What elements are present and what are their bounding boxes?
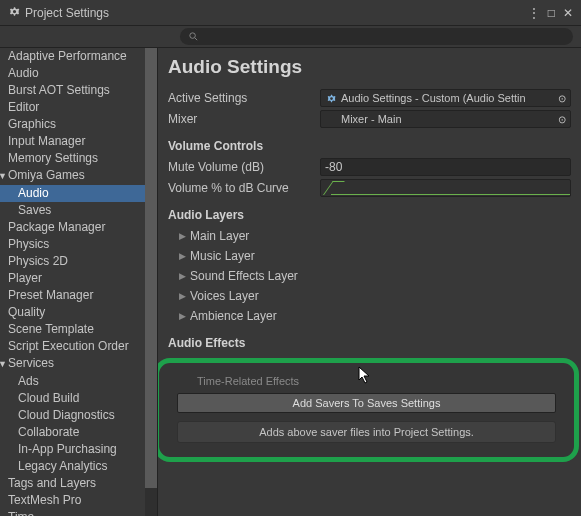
sidebar-item-label: Services [8, 356, 54, 370]
settings-asset-icon [325, 92, 337, 104]
sidebar-item-preset-manager[interactable]: Preset Manager [0, 287, 157, 304]
gear-icon [8, 5, 21, 21]
sidebar-scrollbar[interactable] [145, 48, 157, 516]
sidebar-item-audio[interactable]: Audio [0, 65, 157, 82]
foldout-arrow-icon[interactable]: ▶ [174, 231, 190, 241]
sidebar-item-cloud-build[interactable]: Cloud Build [0, 390, 157, 407]
sidebar-item-label: Editor [8, 100, 39, 114]
sidebar-item-label: Adaptive Performance [8, 49, 127, 63]
sidebar-item-label: Audio [18, 186, 49, 200]
expand-arrow-icon[interactable]: ▼ [0, 169, 8, 184]
sidebar-item-saves[interactable]: Saves [0, 202, 157, 219]
window-title: Project Settings [25, 6, 109, 20]
volume-controls-header: Volume Controls [168, 139, 571, 153]
sidebar-item-label: Tags and Layers [8, 476, 96, 490]
sidebar-item-legacy-analytics[interactable]: Legacy Analytics [0, 458, 157, 475]
sidebar-item-in-app-purchasing[interactable]: In-App Purchasing [0, 441, 157, 458]
object-picker-icon[interactable]: ⊙ [558, 114, 566, 125]
sidebar-item-label: Input Manager [8, 134, 85, 148]
mute-volume-input[interactable]: -80 [320, 158, 571, 176]
layer-row[interactable]: ▶Ambience Layer [174, 306, 571, 326]
sidebar-item-script-execution-order[interactable]: Script Execution Order [0, 338, 157, 355]
layer-label: Ambience Layer [190, 309, 277, 323]
sidebar-item-memory-settings[interactable]: Memory Settings [0, 150, 157, 167]
sidebar-item-ads[interactable]: Ads [0, 373, 157, 390]
sidebar-item-label: Cloud Build [18, 391, 79, 405]
search-input[interactable] [180, 28, 573, 45]
active-settings-label: Active Settings [168, 91, 320, 105]
layer-row[interactable]: ▶Sound Effects Layer [174, 266, 571, 286]
active-settings-value: Audio Settings - Custom (Audio Settin [341, 92, 526, 104]
sidebar: Adaptive PerformanceAudioBurst AOT Setti… [0, 48, 158, 516]
sidebar-item-label: Player [8, 271, 42, 285]
foldout-arrow-icon[interactable]: ▶ [174, 251, 190, 261]
sidebar-item-scene-template[interactable]: Scene Template [0, 321, 157, 338]
sidebar-item-label: Physics [8, 237, 49, 251]
layer-label: Main Layer [190, 229, 249, 243]
sidebar-item-label: Quality [8, 305, 45, 319]
curve-field[interactable] [320, 179, 571, 197]
sidebar-item-textmesh-pro[interactable]: TextMesh Pro [0, 492, 157, 509]
content-panel: Audio Settings Active Settings Audio Set… [158, 48, 581, 516]
sidebar-item-omiya-games[interactable]: ▼Omiya Games [0, 167, 157, 185]
close-icon[interactable]: ✕ [563, 6, 573, 20]
sidebar-item-label: Cloud Diagnostics [18, 408, 115, 422]
add-savers-button[interactable]: Add Savers To Saves Settings [177, 393, 556, 413]
audio-layers-header: Audio Layers [168, 208, 571, 222]
expand-arrow-icon[interactable]: ▼ [0, 357, 8, 372]
sidebar-item-label: In-App Purchasing [18, 442, 117, 456]
maximize-icon[interactable]: □ [548, 6, 555, 20]
sidebar-item-cloud-diagnostics[interactable]: Cloud Diagnostics [0, 407, 157, 424]
sidebar-item-label: Scene Template [8, 322, 94, 336]
sidebar-item-label: Burst AOT Settings [8, 83, 110, 97]
window-controls: ⋮ □ ✕ [528, 6, 573, 20]
sidebar-item-services[interactable]: ▼Services [0, 355, 157, 373]
sidebar-item-adaptive-performance[interactable]: Adaptive Performance [0, 48, 157, 65]
page-title: Audio Settings [168, 56, 571, 78]
layer-label: Voices Layer [190, 289, 259, 303]
scrollbar-thumb[interactable] [145, 48, 157, 488]
sidebar-item-label: Script Execution Order [8, 339, 129, 353]
sidebar-item-graphics[interactable]: Graphics [0, 116, 157, 133]
sidebar-item-physics-2d[interactable]: Physics 2D [0, 253, 157, 270]
sidebar-item-quality[interactable]: Quality [0, 304, 157, 321]
sidebar-item-label: Omiya Games [8, 168, 85, 182]
layer-row[interactable]: ▶Voices Layer [174, 286, 571, 306]
sidebar-item-physics[interactable]: Physics [0, 236, 157, 253]
foldout-arrow-icon[interactable]: ▶ [174, 311, 190, 321]
mixer-asset-icon [325, 113, 337, 125]
foldout-arrow-icon[interactable]: ▶ [174, 271, 190, 281]
search-row [0, 26, 581, 48]
sidebar-item-player[interactable]: Player [0, 270, 157, 287]
sidebar-item-package-manager[interactable]: Package Manager [0, 219, 157, 236]
layer-label: Sound Effects Layer [190, 269, 298, 283]
sidebar-item-label: Audio [8, 66, 39, 80]
sidebar-item-burst-aot-settings[interactable]: Burst AOT Settings [0, 82, 157, 99]
foldout-arrow-icon[interactable]: ▶ [174, 291, 190, 301]
svg-line-1 [195, 38, 197, 40]
mixer-field[interactable]: Mixer - Main ⊙ [320, 110, 571, 128]
sidebar-item-editor[interactable]: Editor [0, 99, 157, 116]
sidebar-item-label: Collaborate [18, 425, 79, 439]
active-settings-field[interactable]: Audio Settings - Custom (Audio Settin ⊙ [320, 89, 571, 107]
mixer-label: Mixer [168, 112, 320, 126]
sidebar-item-input-manager[interactable]: Input Manager [0, 133, 157, 150]
effects-cutoff-row: Time-Related Effects [197, 375, 556, 387]
sidebar-item-collaborate[interactable]: Collaborate [0, 424, 157, 441]
sidebar-item-label: Package Manager [8, 220, 105, 234]
layer-row[interactable]: ▶Main Layer [174, 226, 571, 246]
layer-row[interactable]: ▶Music Layer [174, 246, 571, 266]
sidebar-item-time[interactable]: Time [0, 509, 157, 516]
sidebar-item-label: TextMesh Pro [8, 493, 81, 507]
object-picker-icon[interactable]: ⊙ [558, 93, 566, 104]
menu-icon[interactable]: ⋮ [528, 6, 540, 20]
sidebar-item-label: Physics 2D [8, 254, 68, 268]
sidebar-item-audio[interactable]: Audio [0, 185, 157, 202]
sidebar-item-label: Legacy Analytics [18, 459, 107, 473]
sidebar-item-label: Time [8, 510, 34, 516]
sidebar-item-label: Ads [18, 374, 39, 388]
curve-label: Volume % to dB Curve [168, 181, 320, 195]
mixer-value: Mixer - Main [341, 113, 402, 125]
sidebar-item-tags-and-layers[interactable]: Tags and Layers [0, 475, 157, 492]
layer-label: Music Layer [190, 249, 255, 263]
